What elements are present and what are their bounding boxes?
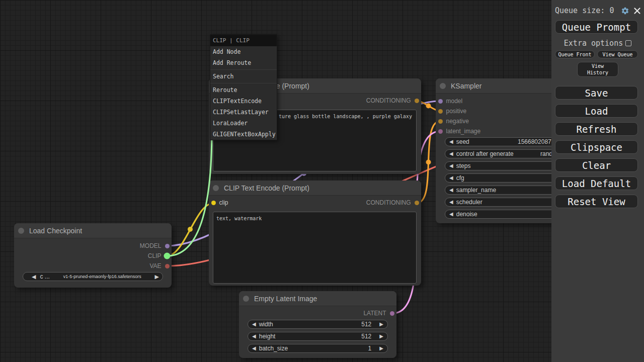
menu-item-cliptextencode[interactable]: CLIPTextEncode	[210, 96, 277, 107]
load-default-button[interactable]: Load Default	[555, 176, 638, 190]
drag-link	[167, 131, 212, 256]
queue-size-row: Queue size: 0	[555, 6, 640, 15]
menu-item-add-node[interactable]: Add Node	[210, 46, 277, 57]
menu-item-reroute[interactable]: Reroute	[210, 84, 277, 96]
menu-panel: Queue size: 0 Queue Prompt Extra options…	[551, 0, 644, 362]
menu-separator	[210, 69, 277, 70]
view-queue-button[interactable]: View Queue	[597, 50, 638, 58]
reset-view-button[interactable]: Reset View	[555, 195, 638, 208]
queue-size-label: Queue size:	[555, 6, 605, 15]
menu-item-loraloader[interactable]: LoraLoader	[210, 118, 277, 129]
refresh-button[interactable]: Refresh	[555, 122, 638, 136]
menu-item-gligentextboxapply[interactable]: GLIGENTextBoxApply	[210, 129, 277, 140]
close-icon[interactable]	[634, 8, 640, 14]
queue-prompt-button[interactable]: Queue Prompt	[555, 20, 638, 34]
clipspace-button[interactable]: Clipspace	[555, 140, 638, 154]
gear-icon[interactable]	[621, 7, 629, 15]
queue-front-button[interactable]: Queue Front	[555, 50, 595, 58]
clear-button[interactable]: Clear	[555, 158, 638, 172]
menu-item-search[interactable]: Search	[210, 71, 277, 82]
menu-item-clipsetlastlayer[interactable]: CLIPSetLastLayer	[210, 107, 277, 118]
context-menu-title: CLIP | CLIP	[210, 35, 277, 46]
extra-options-row: Extra options	[551, 39, 644, 47]
menu-separator	[210, 83, 277, 83]
load-button[interactable]: Load	[555, 104, 638, 118]
context-menu: CLIP | CLIP Add Node Add Reroute Search …	[210, 34, 277, 140]
extra-options-checkbox[interactable]	[625, 40, 631, 46]
extra-options-label: Extra options	[564, 39, 623, 48]
drag-origin-dot	[164, 253, 171, 259]
comfyui-app: CLIP Text Encode (Prompt) clip CONDITION…	[0, 0, 644, 362]
menu-item-add-reroute[interactable]: Add Reroute	[210, 57, 277, 68]
save-button[interactable]: Save	[555, 86, 638, 100]
view-history-button[interactable]: View History	[577, 62, 618, 77]
drag-link-layer	[0, 0, 644, 362]
queue-size-value: 0	[609, 6, 614, 15]
